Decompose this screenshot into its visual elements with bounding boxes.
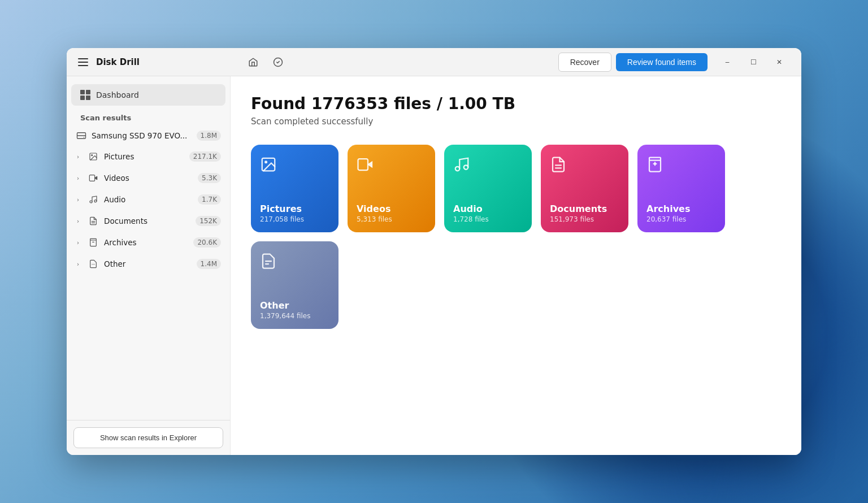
sidebar-item-label: Audio [104,195,196,204]
close-button[interactable]: ✕ [766,53,792,71]
scan-results-label: Scan results [67,107,230,125]
svg-point-21 [455,167,460,171]
audio-card-count: 1,728 files [453,215,523,223]
title-bar-nav [233,53,558,71]
documents-card-count: 151,973 files [550,215,619,223]
cards-grid: Pictures 217,058 files Videos 5,313 file… [251,145,781,329]
main-content: Dashboard Scan results Samsung SSD 970 E… [67,76,801,455]
content-title: Found 1776353 files / 1.00 TB [251,94,781,113]
svg-point-18 [264,161,267,163]
audio-card-icon [453,156,523,175]
audio-icon [87,193,99,206]
svg-rect-12 [90,239,97,240]
recover-button[interactable]: Recover [558,53,611,72]
sidebar-item-count: 20.6K [193,237,221,248]
documents-card-name: Documents [550,203,619,214]
video-icon [87,172,99,184]
drive-label: Samsung SSD 970 EVO... [92,131,194,140]
drive-count: 1.8M [197,131,221,141]
sidebar-item-pictures[interactable]: › Pictures 217.1K [67,146,230,167]
maximize-button[interactable]: ☐ [740,53,766,71]
window-controls: – ☐ ✕ [714,53,792,71]
sidebar-item-audio[interactable]: › Audio 1.7K [67,189,230,210]
sidebar-item-label: Documents [104,216,193,226]
videos-card-count: 5,313 files [357,215,426,223]
sidebar-item-label: Pictures [104,152,187,161]
sidebar-item-videos[interactable]: › Videos 5.3K [67,167,230,189]
svg-marker-7 [95,176,97,179]
sidebar-item-other[interactable]: › Other 1.4M [67,253,230,275]
chevron-icon: › [73,216,83,226]
check-icon[interactable] [269,53,287,71]
sidebar-bottom: Show scan results in Explorer [67,420,230,455]
content-area: Found 1776353 files / 1.00 TB Scan compl… [231,76,801,455]
sidebar-item-dashboard[interactable]: Dashboard [71,84,225,106]
card-documents[interactable]: Documents 151,973 files [541,145,628,232]
other-card-icon [260,253,329,272]
minimize-button[interactable]: – [714,53,740,71]
sidebar-item-count: 217.1K [189,151,221,162]
doc-icon [87,215,99,227]
archives-card-count: 20,637 files [646,215,716,223]
svg-point-5 [92,155,93,156]
svg-point-3 [84,137,85,138]
archive-icon [87,236,99,249]
title-bar: Disk Drill Recover Review found items – [67,48,801,76]
sidebar-items: › Pictures 217.1K › Videos 5.3K › Audio … [67,146,230,275]
sidebar-item-count: 5.3K [198,173,221,183]
sidebar-item-count: 1.4M [197,259,221,269]
chevron-icon: › [73,152,83,161]
other-card-count: 1,379,644 files [260,312,329,320]
review-found-items-button[interactable]: Review found items [616,53,708,71]
sidebar-item-label: Archives [104,238,191,247]
svg-point-22 [464,165,468,170]
documents-card-icon [550,156,619,175]
dashboard-label: Dashboard [96,90,139,99]
sidebar-item-drive[interactable]: Samsung SSD 970 EVO... 1.8M [67,125,230,146]
card-audio[interactable]: Audio 1,728 files [444,145,532,232]
archives-card-name: Archives [646,203,716,214]
svg-rect-25 [649,158,661,161]
sidebar-item-label: Other [104,259,194,268]
sidebar: Dashboard Scan results Samsung SSD 970 E… [67,76,231,455]
other-icon [87,258,99,270]
show-explorer-button[interactable]: Show scan results in Explorer [73,427,223,448]
sidebar-item-label: Videos [104,174,196,183]
sidebar-item-archives[interactable]: › Archives 20.6K [67,232,230,253]
sidebar-item-documents[interactable]: › Documents 152K [67,210,230,232]
content-subtitle: Scan completed successfully [251,116,781,127]
videos-card-icon [357,156,426,175]
dashboard-icon [80,90,90,100]
pictures-card-icon [260,156,329,175]
menu-icon[interactable] [76,56,90,68]
pictures-card-name: Pictures [260,203,329,214]
sidebar-item-count: 1.7K [198,194,221,205]
videos-card-name: Videos [357,203,426,214]
title-bar-left: Disk Drill [76,56,233,68]
picture-icon [87,150,99,163]
chevron-icon: › [73,259,83,268]
svg-rect-6 [89,175,94,181]
audio-card-name: Audio [453,203,523,214]
chevron-icon: › [73,238,83,247]
sidebar-top: Dashboard Scan results Samsung SSD 970 E… [67,76,230,420]
card-archives[interactable]: Archives 20,637 files [637,145,725,232]
sidebar-item-count: 152K [196,216,221,226]
title-bar-right: Recover Review found items [558,53,708,72]
drive-icon [76,130,87,141]
archives-card-icon [646,156,716,175]
chevron-icon: › [73,195,83,204]
card-pictures[interactable]: Pictures 217,058 files [251,145,338,232]
chevron-icon: › [73,174,83,183]
svg-point-9 [94,200,97,202]
svg-point-8 [90,201,92,203]
pictures-card-count: 217,058 files [260,215,329,223]
app-window: Disk Drill Recover Review found items – [67,48,801,455]
card-videos[interactable]: Videos 5,313 files [348,145,435,232]
card-other[interactable]: Other 1,379,644 files [251,241,338,329]
app-title: Disk Drill [96,57,140,67]
other-card-name: Other [260,300,329,311]
svg-rect-19 [358,159,368,170]
home-icon[interactable] [244,53,262,71]
